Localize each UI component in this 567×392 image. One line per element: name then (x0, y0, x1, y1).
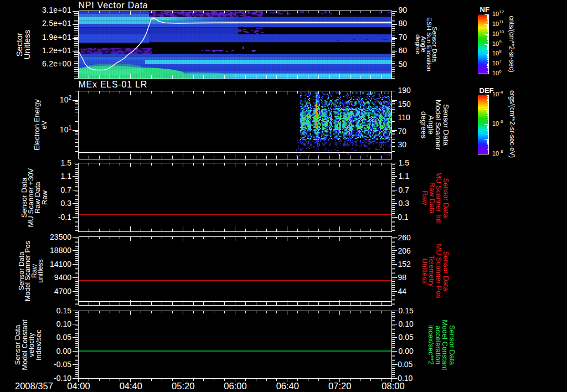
svg-text:0.3: 0.3 (399, 199, 410, 208)
svg-text:4700: 4700 (54, 287, 71, 296)
svg-text:06:00: 06:00 (224, 381, 246, 391)
svg-text:degree: degree (415, 34, 421, 54)
svg-text:Unitless: Unitless (22, 30, 32, 59)
svg-text:NF: NF (480, 6, 489, 14)
svg-text:NPI Vector Data: NPI Vector Data (79, 1, 148, 10)
svg-text:70: 70 (399, 33, 408, 42)
svg-text:0.15: 0.15 (399, 306, 414, 315)
svg-text:cnts/(cm**2-sr-sec): cnts/(cm**2-sr-sec) (508, 16, 516, 72)
svg-text:1.9e+01: 1.9e+01 (42, 33, 71, 42)
svg-text:-0.05: -0.05 (395, 360, 413, 369)
svg-text:1.1: 1.1 (399, 172, 410, 180)
svg-text:23500: 23500 (50, 233, 71, 241)
svg-text:eV: eV (40, 120, 48, 129)
svg-text:260: 260 (398, 233, 411, 242)
svg-text:04:00: 04:00 (67, 381, 90, 391)
svg-text:ergs/(cm**2-sr-sec-eV): ergs/(cm**2-sr-sec-eV) (508, 90, 516, 158)
svg-text:2008/357: 2008/357 (15, 381, 53, 391)
svg-text:Raw: Raw (40, 190, 49, 205)
svg-text:190: 190 (398, 86, 411, 95)
svg-text:1.1: 1.1 (61, 172, 72, 180)
svg-text:Raw: Raw (421, 190, 429, 205)
svg-text:0.15: 0.15 (56, 306, 71, 315)
svg-text:0.10: 0.10 (399, 319, 414, 328)
svg-text:index/sec: index/sec (34, 329, 43, 360)
svg-text:DEF: DEF (480, 86, 494, 95)
svg-text:0.7: 0.7 (61, 185, 72, 194)
svg-text:0.10: 0.10 (56, 319, 71, 328)
svg-text:18800: 18800 (50, 246, 71, 255)
svg-text:1.5: 1.5 (399, 158, 410, 167)
svg-text:30: 30 (398, 140, 407, 149)
svg-text:-0.1: -0.1 (58, 213, 71, 221)
svg-text:80: 80 (399, 19, 408, 28)
svg-text:04:40: 04:40 (120, 381, 142, 391)
svg-text:90: 90 (399, 6, 408, 14)
svg-text:0.7: 0.7 (399, 185, 410, 194)
svg-text:0.3: 0.3 (61, 199, 72, 208)
svg-text:1.2e+01: 1.2e+01 (42, 46, 71, 55)
svg-text:0.05: 0.05 (56, 333, 71, 342)
svg-text:0.00: 0.00 (56, 347, 71, 355)
svg-text:9400: 9400 (54, 273, 71, 282)
svg-text:unitless: unitless (37, 259, 44, 282)
svg-text:152: 152 (398, 260, 411, 269)
svg-text:60: 60 (399, 46, 408, 55)
svg-text:07:20: 07:20 (328, 381, 351, 391)
svg-text:05:20: 05:20 (172, 381, 194, 391)
svg-text:0.00: 0.00 (399, 347, 414, 355)
svg-text:-0.05: -0.05 (54, 360, 71, 369)
svg-text:44: 44 (398, 287, 407, 296)
svg-text:incex/sec**2: incex/sec**2 (427, 325, 435, 365)
svg-text:6.2e+00: 6.2e+00 (42, 59, 71, 68)
svg-text:50: 50 (399, 60, 408, 69)
svg-text:Unitless: Unitless (421, 258, 429, 284)
svg-text:MEx ELS-01 LR: MEx ELS-01 LR (79, 80, 147, 89)
svg-text:206: 206 (398, 246, 411, 255)
svg-text:degrees: degrees (420, 111, 428, 138)
svg-text:06:40: 06:40 (276, 381, 299, 391)
svg-text:08:00: 08:00 (382, 381, 404, 391)
svg-text:110: 110 (398, 113, 411, 122)
svg-text:150: 150 (398, 100, 411, 109)
svg-text:1.5: 1.5 (61, 158, 72, 167)
svg-text:2.5e+01: 2.5e+01 (42, 19, 71, 28)
svg-text:-0.1: -0.1 (395, 213, 409, 221)
svg-text:3.1e+01: 3.1e+01 (42, 6, 71, 14)
svg-text:98: 98 (398, 273, 407, 282)
svg-text:14100: 14100 (50, 260, 71, 269)
svg-text:0.05: 0.05 (399, 333, 414, 342)
svg-text:70: 70 (398, 127, 407, 136)
